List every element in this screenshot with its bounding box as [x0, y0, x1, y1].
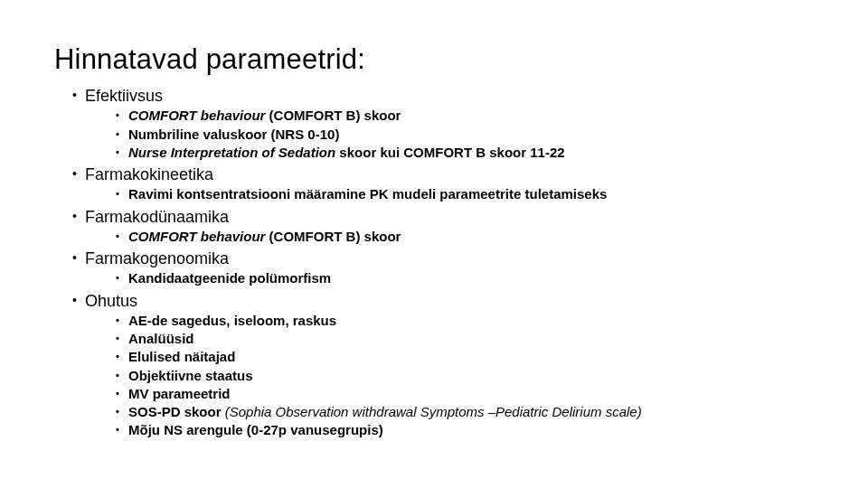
slide-title: Hinnatavad parameetrid: [54, 43, 814, 76]
list-item: Elulised näitajad [116, 348, 814, 366]
section-label: Farmakogenoomika [85, 249, 229, 267]
section-label: Farmakodünaamika [85, 208, 229, 226]
text: Objektiivne staatus [128, 368, 253, 383]
text: MV parameetrid [128, 386, 231, 401]
text: skoor kui COMFORT B skoor 11-22 [335, 145, 564, 160]
italic-text: (Sophia Observation withdrawal Symptoms … [225, 404, 642, 419]
subitem-list: Ravimi kontsentratsiooni määramine PK mu… [85, 185, 814, 203]
text: Kandidaatgeenide polümorfism [128, 270, 331, 286]
list-item: Ravimi kontsentratsiooni määramine PK mu… [116, 185, 814, 203]
subitem-list: COMFORT behaviour (COMFORT B) skoor Numb… [85, 107, 814, 162]
list-item: MV parameetrid [116, 385, 814, 403]
text: Numbriline valuskoor (NRS 0-10) [128, 127, 339, 142]
section-farmakogenoomika: Farmakogenoomika Kandidaatgeenide polümo… [72, 248, 814, 288]
section-label: Ohutus [85, 292, 137, 310]
italic-text: COMFORT behaviour [128, 229, 265, 244]
outline-list: Efektiivsus COMFORT behaviour (COMFORT B… [54, 85, 814, 440]
list-item: COMFORT behaviour (COMFORT B) skoor [116, 228, 814, 246]
subitem-list: COMFORT behaviour (COMFORT B) skoor [85, 228, 814, 246]
list-item: SOS-PD skoor (Sophia Observation withdra… [116, 403, 814, 421]
text: SOS-PD skoor [128, 404, 225, 419]
list-item: AE-de sagedus, iseloom, raskus [116, 312, 814, 330]
section-efektiivsus: Efektiivsus COMFORT behaviour (COMFORT B… [72, 85, 814, 162]
text: Ravimi kontsentratsiooni määramine PK mu… [128, 186, 607, 202]
section-farmakokineetika: Farmakokineetika Ravimi kontsentratsioon… [72, 164, 814, 204]
text: Elulised näitajad [128, 349, 235, 364]
subitem-list: AE-de sagedus, iseloom, raskus Analüüsid… [85, 312, 814, 440]
text: AE-de sagedus, iseloom, raskus [128, 313, 336, 328]
italic-text: Nurse Interpretation of Sedation [128, 145, 335, 160]
list-item: Objektiivne staatus [116, 367, 814, 385]
section-label: Efektiivsus [85, 87, 163, 105]
text: Analüüsid [128, 331, 194, 346]
slide: Hinnatavad parameetrid: Efektiivsus COMF… [0, 0, 868, 488]
section-label: Farmakokineetika [85, 165, 213, 183]
list-item: Nurse Interpretation of Sedation skoor k… [116, 144, 814, 162]
section-ohutus: Ohutus AE-de sagedus, iseloom, raskus An… [72, 290, 814, 440]
section-farmakodunaamika: Farmakodünaamika COMFORT behaviour (COMF… [72, 206, 814, 247]
list-item: Kandidaatgeenide polümorfism [116, 269, 814, 287]
list-item: Numbriline valuskoor (NRS 0-10) [116, 126, 814, 144]
list-item: Analüüsid [116, 330, 814, 348]
list-item: Mõju NS arengule (0-27p vanusegrupis) [116, 421, 814, 439]
list-item: COMFORT behaviour (COMFORT B) skoor [116, 107, 814, 125]
text: Mõju NS arengule (0-27p vanusegrupis) [128, 422, 383, 437]
text: (COMFORT B) skoor [265, 229, 401, 244]
subitem-list: Kandidaatgeenide polümorfism [85, 269, 814, 287]
text: (COMFORT B) skoor [265, 108, 401, 123]
italic-text: COMFORT behaviour [128, 108, 265, 123]
